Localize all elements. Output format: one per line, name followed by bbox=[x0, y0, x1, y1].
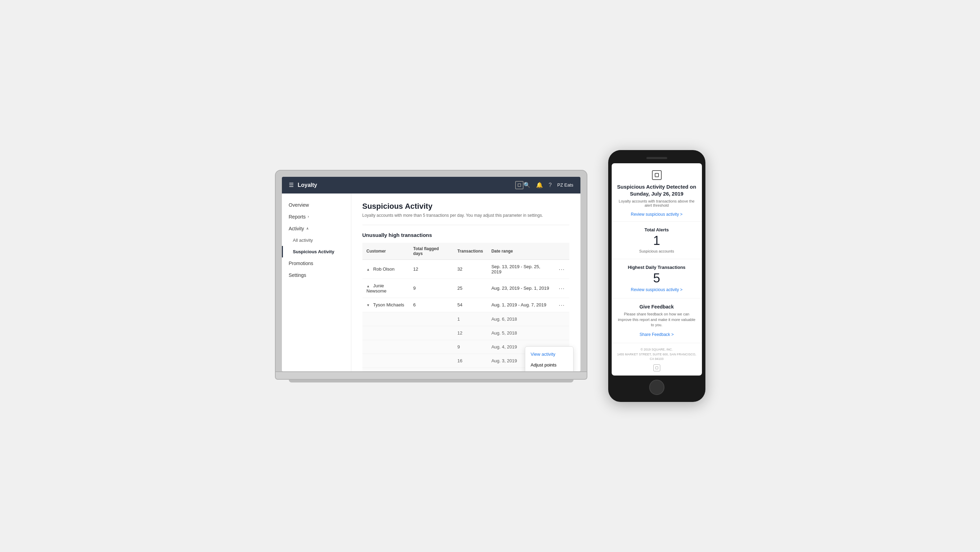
sidebar-item-settings[interactable]: Settings bbox=[282, 269, 351, 281]
review-suspicious-link[interactable]: Review suspicious activity > bbox=[631, 212, 682, 217]
sidebar-item-label: Settings bbox=[289, 272, 307, 278]
nav-icons: 🔍 🔔 ? PZ Eats bbox=[523, 182, 573, 188]
customer-name: ▲ Rob Olson bbox=[363, 260, 409, 279]
table-row: 1 Aug. 6, 2018 bbox=[363, 312, 570, 326]
context-menu-view-activity[interactable]: View activity bbox=[525, 349, 573, 359]
phone-home-button[interactable] bbox=[649, 380, 665, 395]
phone-header: Suspicious Activity Detected on Sunday, … bbox=[612, 163, 702, 222]
phone-alert-subtitle: Loyalty accounts with transactions above… bbox=[617, 199, 696, 207]
sidebar-item-label: Activity bbox=[289, 226, 304, 231]
sub-transactions: 11 bbox=[453, 367, 487, 371]
sidebar-item-activity[interactable]: Activity ∧ bbox=[282, 223, 351, 235]
top-nav: ☰ Loyalty 🔍 🔔 ? PZ Eats bbox=[282, 177, 581, 193]
sub-date: Aug. 6, 2018 bbox=[487, 312, 554, 326]
page-title: Suspicious Activity bbox=[363, 202, 570, 211]
context-menu-delete-account[interactable]: Delete account bbox=[525, 370, 573, 371]
phone-screen: Suspicious Activity Detected on Sunday, … bbox=[612, 163, 702, 375]
phone-device: Suspicious Activity Detected on Sunday, … bbox=[608, 150, 705, 402]
user-label: PZ Eats bbox=[557, 182, 573, 188]
sidebar-item-all-activity[interactable]: All activity bbox=[282, 235, 351, 246]
total-alerts-number: 1 bbox=[617, 234, 696, 248]
sidebar-item-reports[interactable]: Reports › bbox=[282, 211, 351, 223]
flagged-days: 12 bbox=[409, 260, 453, 279]
search-icon[interactable]: 🔍 bbox=[523, 182, 530, 188]
sidebar-item-label: Overview bbox=[289, 202, 309, 208]
sub-transactions: 12 bbox=[453, 326, 487, 340]
main-layout: Overview Reports › Activity ∧ All activi… bbox=[282, 193, 581, 371]
customer-name: ▼ Tyson Michaels bbox=[363, 298, 409, 312]
highest-daily-card: Highest Daily Transactions 5 Review susp… bbox=[612, 259, 702, 299]
page-subtitle: Loyalty accounts with more than 5 transa… bbox=[363, 213, 570, 218]
feedback-card: Give Feedback Please share feedback on h… bbox=[612, 298, 702, 343]
transactions: 32 bbox=[453, 260, 487, 279]
sidebar-item-overview[interactable]: Overview bbox=[282, 199, 351, 211]
share-feedback-link[interactable]: Share Feedback > bbox=[640, 332, 673, 337]
col-date-range: Date range bbox=[487, 243, 554, 260]
table-row[interactable]: ▼ Tyson Michaels 6 54 Aug. 1, 2019 - Aug… bbox=[363, 298, 570, 312]
footer-text: © 2019 SQUARE, INC.1455 MARKET STREET, S… bbox=[617, 348, 696, 362]
total-alerts-label: Total Alerts bbox=[617, 227, 696, 232]
highest-daily-label: Highest Daily Transactions bbox=[617, 265, 696, 270]
chevron-icon: › bbox=[308, 215, 309, 219]
flagged-days: 6 bbox=[409, 298, 453, 312]
table-row[interactable]: ▲ Junie Newsome 9 25 Aug. 23, 2019 - Sep… bbox=[363, 279, 570, 298]
more-options[interactable]: ··· bbox=[555, 260, 570, 279]
more-options[interactable]: ··· bbox=[555, 279, 570, 298]
laptop-foot bbox=[289, 380, 573, 383]
section-heading: Unusually high transactions bbox=[363, 232, 570, 238]
laptop-device: ☰ Loyalty 🔍 🔔 ? PZ Eats Overview bbox=[275, 170, 587, 383]
laptop-screen: ☰ Loyalty 🔍 🔔 ? PZ Eats Overview bbox=[282, 177, 581, 371]
total-alerts-desc: Suspicious accounts bbox=[617, 249, 696, 253]
laptop-base bbox=[275, 372, 587, 380]
date-range: Sep. 13, 2019 - Sep. 25, 2019 bbox=[487, 260, 554, 279]
review-suspicious-link-2[interactable]: Review suspicious activity > bbox=[631, 287, 682, 292]
phone-alert-title: Suspicious Activity Detected on Sunday, … bbox=[617, 183, 696, 197]
hamburger-icon[interactable]: ☰ bbox=[289, 182, 294, 188]
expand-icon: ▲ bbox=[367, 268, 370, 271]
table-row[interactable]: ▲ Rob Olson 12 32 Sep. 13, 2019 - Sep. 2… bbox=[363, 260, 570, 279]
bell-icon[interactable]: 🔔 bbox=[536, 182, 543, 188]
flagged-days: 9 bbox=[409, 279, 453, 298]
phone-body: Suspicious Activity Detected on Sunday, … bbox=[608, 150, 705, 402]
chevron-icon: ∧ bbox=[306, 227, 309, 230]
section-divider bbox=[363, 225, 570, 225]
feedback-text: Please share feedback on how we can impr… bbox=[617, 312, 696, 328]
nav-logo bbox=[515, 181, 523, 189]
footer-logo bbox=[653, 364, 660, 371]
transactions: 54 bbox=[453, 298, 487, 312]
sidebar-item-label: Suspicious Activity bbox=[293, 249, 334, 254]
phone-footer: © 2019 SQUARE, INC.1455 MARKET STREET, S… bbox=[612, 343, 702, 375]
more-options[interactable]: ··· bbox=[555, 298, 570, 312]
sidebar: Overview Reports › Activity ∧ All activi… bbox=[282, 193, 351, 371]
col-transactions: Transactions bbox=[453, 243, 487, 260]
sub-transactions: 1 bbox=[453, 312, 487, 326]
sidebar-item-label: Promotions bbox=[289, 260, 313, 266]
total-alerts-card: Total Alerts 1 Suspicious accounts bbox=[612, 222, 702, 259]
expand-icon: ▲ bbox=[367, 284, 370, 288]
date-range: Aug. 23, 2019 - Sep. 1, 2019 bbox=[487, 279, 554, 298]
sub-transactions: 16 bbox=[453, 354, 487, 367]
highest-daily-number: 5 bbox=[617, 271, 696, 285]
sidebar-item-label: Reports bbox=[289, 214, 306, 220]
phone-logo bbox=[652, 170, 662, 180]
context-menu: View activity Adjust points Delete accou… bbox=[525, 346, 573, 371]
feedback-title: Give Feedback bbox=[617, 304, 696, 310]
main-content: Suspicious Activity Loyalty accounts wit… bbox=[351, 193, 581, 371]
phone-speaker bbox=[646, 157, 667, 159]
sidebar-item-label: All activity bbox=[293, 238, 313, 243]
app-title: Loyalty bbox=[298, 182, 515, 188]
col-actions bbox=[555, 243, 570, 260]
help-icon[interactable]: ? bbox=[549, 182, 552, 188]
table-row: 12 Aug. 5, 2018 bbox=[363, 326, 570, 340]
date-range: Aug. 1, 2019 - Aug. 7, 2019 bbox=[487, 298, 554, 312]
transactions: 25 bbox=[453, 279, 487, 298]
col-flagged: Total flagged days bbox=[409, 243, 453, 260]
expand-icon: ▼ bbox=[367, 303, 370, 307]
sub-date: Aug. 5, 2018 bbox=[487, 326, 554, 340]
sub-transactions: 9 bbox=[453, 340, 487, 354]
col-customer: Customer bbox=[363, 243, 409, 260]
sidebar-item-promotions[interactable]: Promotions bbox=[282, 257, 351, 269]
context-menu-adjust-points[interactable]: Adjust points bbox=[525, 359, 573, 370]
sidebar-item-suspicious-activity[interactable]: Suspicious Activity bbox=[282, 246, 351, 257]
customer-name: ▲ Junie Newsome bbox=[363, 279, 409, 298]
